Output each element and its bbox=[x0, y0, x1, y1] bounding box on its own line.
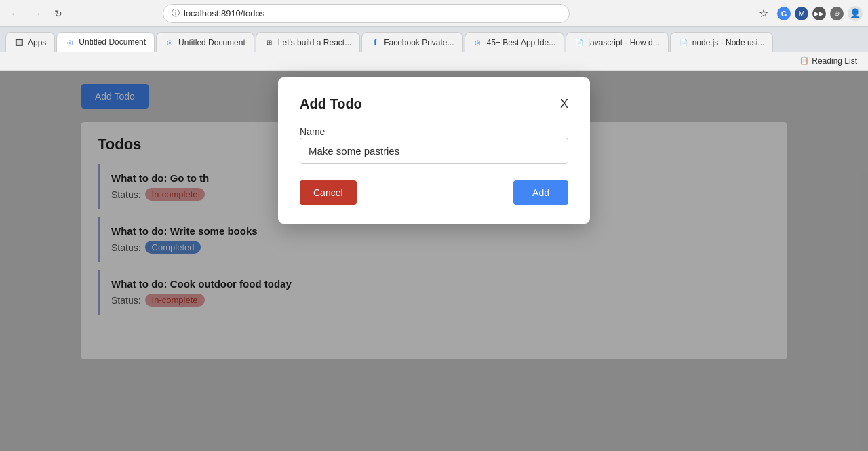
tab-react[interactable]: ⊞ Let's build a React... bbox=[256, 32, 360, 52]
bookmarks-bar: 📋 Reading List bbox=[0, 52, 868, 71]
tab-node[interactable]: 📄 node.js - Node usi... bbox=[670, 32, 774, 52]
page-content: Add Todo Todos What to do: Go to th Stat… bbox=[0, 71, 868, 451]
tab-untitled1-icon: ◎ bbox=[65, 37, 75, 47]
tab-untitled1[interactable]: ◎ Untitled Document bbox=[56, 32, 155, 52]
tab-facebook-label: Facebook Private... bbox=[384, 38, 454, 47]
extension-icon-1[interactable]: M bbox=[795, 7, 808, 20]
nav-buttons: ← → ↻ bbox=[5, 4, 68, 23]
name-label: Name bbox=[300, 126, 325, 137]
tab-facebook[interactable]: f Facebook Private... bbox=[361, 32, 462, 52]
browser-toolbar: ← → ↻ ⓘ ☆ G M ▶▶ ⊕ 👤 bbox=[0, 0, 868, 27]
tab-apps[interactable]: 🔲 Apps bbox=[5, 32, 55, 52]
tab-apps2-label: 45+ Best App Ide... bbox=[487, 38, 556, 47]
tab-untitled2-icon: ◎ bbox=[165, 38, 174, 47]
tab-apps2[interactable]: ◎ 45+ Best App Ide... bbox=[465, 32, 565, 52]
forward-button[interactable]: → bbox=[27, 4, 46, 23]
name-input[interactable] bbox=[300, 138, 568, 164]
address-bar[interactable]: ⓘ bbox=[163, 4, 570, 23]
back-button[interactable]: ← bbox=[5, 4, 24, 23]
lock-icon: ⓘ bbox=[172, 7, 180, 19]
tab-apps2-icon: ◎ bbox=[473, 38, 483, 47]
extension-icon-2[interactable]: ▶▶ bbox=[812, 7, 826, 20]
google-account-icon[interactable]: G bbox=[777, 7, 791, 20]
modal-actions: Cancel Add bbox=[300, 180, 568, 205]
tab-untitled2[interactable]: ◎ Untitled Document bbox=[156, 32, 254, 52]
reload-button[interactable]: ↻ bbox=[49, 4, 68, 23]
browser-chrome: ← → ↻ ⓘ ☆ G M ▶▶ ⊕ 👤 🔲 Apps ◎ Untitled D… bbox=[0, 0, 868, 71]
tab-react-icon: ⊞ bbox=[264, 38, 274, 47]
tabs-bar: 🔲 Apps ◎ Untitled Document ◎ Untitled Do… bbox=[0, 27, 868, 52]
tab-untitled2-label: Untitled Document bbox=[178, 38, 245, 47]
modal-header: Add Todo X bbox=[300, 96, 568, 112]
reading-list-label: Reading List bbox=[812, 56, 857, 66]
add-button[interactable]: Add bbox=[513, 180, 568, 205]
modal-overlay: Add Todo X Name Cancel Add bbox=[0, 71, 868, 451]
toolbar-right: ☆ G M ▶▶ ⊕ 👤 bbox=[754, 4, 863, 23]
tab-untitled1-label: Untitled Document bbox=[79, 37, 146, 47]
modal-body: Name bbox=[300, 125, 568, 164]
profile-icon[interactable]: 👤 bbox=[848, 6, 863, 21]
tab-js-icon: 📄 bbox=[574, 38, 584, 47]
reading-list-icon: 📋 bbox=[800, 56, 809, 65]
tab-apps-label: Apps bbox=[28, 38, 46, 47]
tab-node-label: node.js - Node usi... bbox=[692, 38, 765, 47]
tab-facebook-icon: f bbox=[370, 38, 380, 47]
modal-title: Add Todo bbox=[300, 96, 362, 112]
add-todo-modal: Add Todo X Name Cancel Add bbox=[278, 77, 590, 224]
tab-js[interactable]: 📄 javascript - How d... bbox=[566, 32, 668, 52]
extension-icon-3[interactable]: ⊕ bbox=[830, 7, 844, 20]
modal-close-button[interactable]: X bbox=[560, 97, 568, 111]
star-button[interactable]: ☆ bbox=[754, 4, 773, 23]
reading-list-button[interactable]: 📋 Reading List bbox=[794, 55, 863, 67]
tab-js-label: javascript - How d... bbox=[588, 38, 659, 47]
tab-react-label: Let's build a React... bbox=[278, 38, 351, 47]
tab-apps-icon: 🔲 bbox=[14, 38, 24, 47]
url-input[interactable] bbox=[184, 8, 561, 18]
tab-node-icon: 📄 bbox=[679, 38, 688, 47]
cancel-button[interactable]: Cancel bbox=[300, 180, 357, 205]
